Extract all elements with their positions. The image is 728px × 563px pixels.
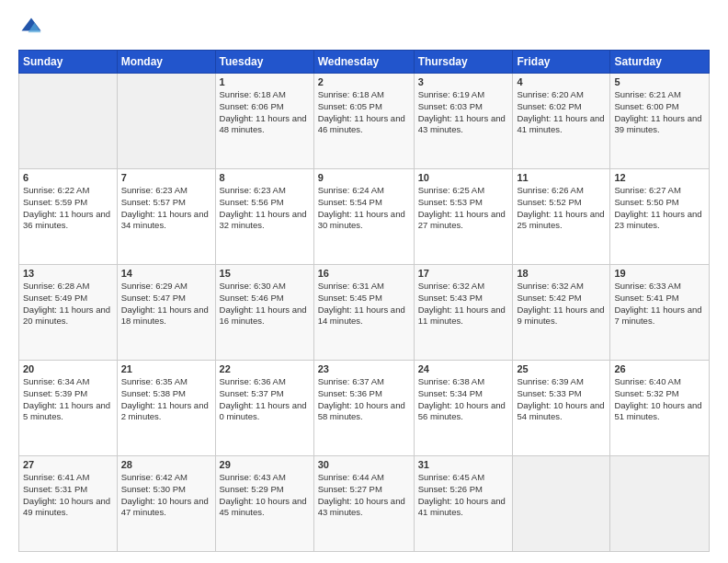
day-number: 5 (614, 76, 705, 87)
calendar-day (117, 74, 215, 169)
weekday-row: SundayMondayTuesdayWednesdayThursdayFrid… (19, 51, 710, 74)
logo (18, 15, 48, 40)
day-info: Sunrise: 6:26 AMSunset: 5:52 PMDaylight:… (517, 185, 606, 232)
calendar-day: 25Sunrise: 6:39 AMSunset: 5:33 PMDayligh… (513, 361, 610, 456)
weekday-header: Monday (117, 51, 215, 74)
calendar-day: 7Sunrise: 6:23 AMSunset: 5:57 PMDaylight… (117, 169, 215, 265)
calendar-day: 21Sunrise: 6:35 AMSunset: 5:38 PMDayligh… (117, 361, 215, 456)
weekday-header: Sunday (19, 51, 118, 74)
weekday-header: Tuesday (215, 51, 313, 74)
calendar-day: 30Sunrise: 6:44 AMSunset: 5:27 PMDayligh… (313, 456, 414, 552)
calendar-week-row: 6Sunrise: 6:22 AMSunset: 5:59 PMDaylight… (19, 169, 710, 265)
calendar-day: 8Sunrise: 6:23 AMSunset: 5:56 PMDaylight… (215, 169, 313, 265)
day-info: Sunrise: 6:19 AMSunset: 6:03 PMDaylight:… (418, 89, 509, 136)
day-info: Sunrise: 6:44 AMSunset: 5:27 PMDaylight:… (318, 472, 410, 519)
day-info: Sunrise: 6:18 AMSunset: 6:05 PMDaylight:… (318, 89, 410, 136)
calendar-day (610, 456, 710, 552)
day-info: Sunrise: 6:21 AMSunset: 6:00 PMDaylight:… (614, 89, 705, 136)
day-number: 18 (517, 268, 606, 279)
day-number: 10 (418, 172, 509, 183)
day-number: 9 (318, 172, 410, 183)
weekday-header: Friday (513, 51, 610, 74)
day-info: Sunrise: 6:31 AMSunset: 5:45 PMDaylight:… (318, 281, 410, 327)
weekday-header: Thursday (414, 51, 513, 74)
calendar-day: 16Sunrise: 6:31 AMSunset: 5:45 PMDayligh… (313, 265, 414, 361)
day-info: Sunrise: 6:27 AMSunset: 5:50 PMDaylight:… (614, 185, 705, 232)
day-number: 16 (318, 268, 410, 279)
calendar-day: 31Sunrise: 6:45 AMSunset: 5:26 PMDayligh… (414, 456, 513, 552)
calendar-day: 22Sunrise: 6:36 AMSunset: 5:37 PMDayligh… (215, 361, 313, 456)
day-info: Sunrise: 6:35 AMSunset: 5:38 PMDaylight:… (121, 376, 211, 423)
logo-icon (18, 15, 44, 40)
calendar-day: 4Sunrise: 6:20 AMSunset: 6:02 PMDaylight… (513, 74, 610, 169)
header (18, 15, 710, 40)
day-info: Sunrise: 6:23 AMSunset: 5:57 PMDaylight:… (121, 185, 211, 232)
day-info: Sunrise: 6:41 AMSunset: 5:31 PMDaylight:… (23, 472, 113, 519)
calendar-day: 14Sunrise: 6:29 AMSunset: 5:47 PMDayligh… (117, 265, 215, 361)
day-number: 12 (614, 172, 705, 183)
day-number: 19 (614, 268, 705, 279)
day-info: Sunrise: 6:18 AMSunset: 6:06 PMDaylight:… (220, 89, 310, 136)
day-number: 24 (418, 363, 509, 374)
day-info: Sunrise: 6:43 AMSunset: 5:29 PMDaylight:… (220, 472, 310, 519)
day-number: 11 (517, 172, 606, 183)
calendar-day: 1Sunrise: 6:18 AMSunset: 6:06 PMDaylight… (215, 74, 313, 169)
day-number: 26 (614, 363, 705, 374)
calendar-day: 9Sunrise: 6:24 AMSunset: 5:54 PMDaylight… (313, 169, 414, 265)
day-number: 1 (220, 76, 310, 87)
calendar-day: 27Sunrise: 6:41 AMSunset: 5:31 PMDayligh… (19, 456, 118, 552)
calendar-day: 29Sunrise: 6:43 AMSunset: 5:29 PMDayligh… (215, 456, 313, 552)
calendar-header: SundayMondayTuesdayWednesdayThursdayFrid… (19, 51, 710, 74)
day-info: Sunrise: 6:39 AMSunset: 5:33 PMDaylight:… (517, 376, 606, 423)
day-number: 29 (220, 459, 310, 470)
weekday-header: Saturday (610, 51, 710, 74)
day-info: Sunrise: 6:25 AMSunset: 5:53 PMDaylight:… (418, 185, 509, 232)
calendar-week-row: 20Sunrise: 6:34 AMSunset: 5:39 PMDayligh… (19, 361, 710, 456)
calendar-body: 1Sunrise: 6:18 AMSunset: 6:06 PMDaylight… (19, 74, 710, 552)
calendar-day: 10Sunrise: 6:25 AMSunset: 5:53 PMDayligh… (414, 169, 513, 265)
day-info: Sunrise: 6:30 AMSunset: 5:46 PMDaylight:… (220, 281, 310, 327)
day-number: 20 (23, 363, 113, 374)
day-number: 31 (418, 459, 509, 470)
calendar-day (513, 456, 610, 552)
day-number: 25 (517, 363, 606, 374)
calendar-day (19, 74, 118, 169)
day-info: Sunrise: 6:22 AMSunset: 5:59 PMDaylight:… (23, 185, 113, 232)
day-number: 30 (318, 459, 410, 470)
calendar-day: 3Sunrise: 6:19 AMSunset: 6:03 PMDaylight… (414, 74, 513, 169)
day-number: 6 (23, 172, 113, 183)
day-number: 17 (418, 268, 509, 279)
day-number: 28 (121, 459, 211, 470)
day-info: Sunrise: 6:38 AMSunset: 5:34 PMDaylight:… (418, 376, 509, 423)
calendar-week-row: 13Sunrise: 6:28 AMSunset: 5:49 PMDayligh… (19, 265, 710, 361)
calendar-day: 20Sunrise: 6:34 AMSunset: 5:39 PMDayligh… (19, 361, 118, 456)
calendar-week-row: 27Sunrise: 6:41 AMSunset: 5:31 PMDayligh… (19, 456, 710, 552)
calendar-day: 26Sunrise: 6:40 AMSunset: 5:32 PMDayligh… (610, 361, 710, 456)
calendar-day: 13Sunrise: 6:28 AMSunset: 5:49 PMDayligh… (19, 265, 118, 361)
day-info: Sunrise: 6:28 AMSunset: 5:49 PMDaylight:… (23, 281, 113, 327)
calendar-day: 19Sunrise: 6:33 AMSunset: 5:41 PMDayligh… (610, 265, 710, 361)
calendar-week-row: 1Sunrise: 6:18 AMSunset: 6:06 PMDaylight… (19, 74, 710, 169)
day-info: Sunrise: 6:32 AMSunset: 5:42 PMDaylight:… (517, 281, 606, 327)
day-number: 13 (23, 268, 113, 279)
day-info: Sunrise: 6:32 AMSunset: 5:43 PMDaylight:… (418, 281, 509, 327)
calendar-day: 28Sunrise: 6:42 AMSunset: 5:30 PMDayligh… (117, 456, 215, 552)
day-info: Sunrise: 6:20 AMSunset: 6:02 PMDaylight:… (517, 89, 606, 136)
weekday-header: Wednesday (313, 51, 414, 74)
day-info: Sunrise: 6:36 AMSunset: 5:37 PMDaylight:… (220, 376, 310, 423)
day-info: Sunrise: 6:45 AMSunset: 5:26 PMDaylight:… (418, 472, 509, 519)
day-info: Sunrise: 6:23 AMSunset: 5:56 PMDaylight:… (220, 185, 310, 232)
calendar-table: SundayMondayTuesdayWednesdayThursdayFrid… (18, 50, 710, 552)
day-number: 21 (121, 363, 211, 374)
day-info: Sunrise: 6:33 AMSunset: 5:41 PMDaylight:… (614, 281, 705, 327)
day-info: Sunrise: 6:37 AMSunset: 5:36 PMDaylight:… (318, 376, 410, 423)
calendar-day: 11Sunrise: 6:26 AMSunset: 5:52 PMDayligh… (513, 169, 610, 265)
day-number: 2 (318, 76, 410, 87)
day-number: 27 (23, 459, 113, 470)
calendar-day: 6Sunrise: 6:22 AMSunset: 5:59 PMDaylight… (19, 169, 118, 265)
calendar-day: 24Sunrise: 6:38 AMSunset: 5:34 PMDayligh… (414, 361, 513, 456)
calendar-day: 5Sunrise: 6:21 AMSunset: 6:00 PMDaylight… (610, 74, 710, 169)
day-info: Sunrise: 6:29 AMSunset: 5:47 PMDaylight:… (121, 281, 211, 327)
day-number: 23 (318, 363, 410, 374)
calendar-day: 17Sunrise: 6:32 AMSunset: 5:43 PMDayligh… (414, 265, 513, 361)
